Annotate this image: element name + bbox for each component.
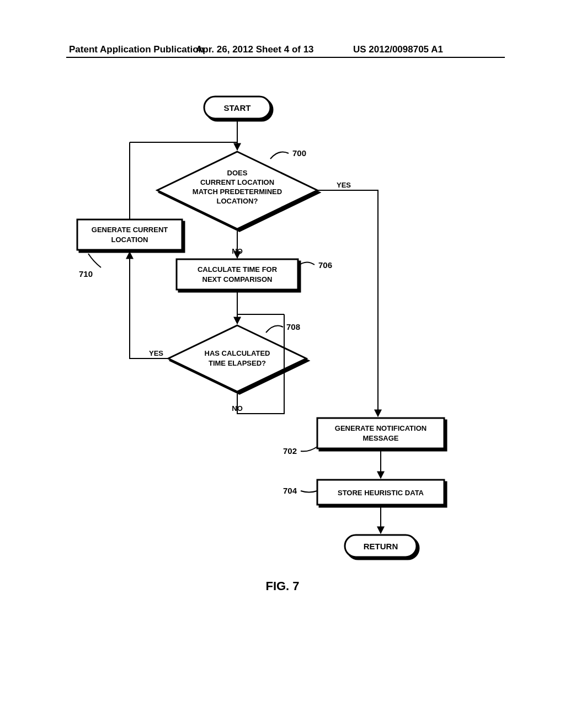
callout-700	[270, 152, 289, 159]
label-700: 700	[292, 148, 306, 158]
node-700-line1: DOES	[227, 169, 248, 177]
callout-710	[88, 254, 101, 267]
node-700-line4: LOCATION?	[217, 197, 258, 205]
label-708: 708	[286, 322, 300, 331]
node-700-line2: CURRENT LOCATION	[200, 178, 274, 186]
label-702: 702	[283, 446, 297, 456]
node-706-line1: CALCULATE TIME FOR	[198, 265, 278, 274]
node-start-label: START	[224, 103, 251, 113]
callout-708	[266, 326, 283, 333]
header-left: Patent Application Publication	[69, 44, 204, 55]
node-702-line1: GENERATE NOTIFICATION	[335, 424, 427, 432]
figure-label: FIG. 7	[0, 579, 565, 593]
node-710-line2: LOCATION	[111, 235, 148, 244]
header-rule	[66, 57, 505, 58]
node-706-line2: NEXT COMPARISON	[202, 275, 273, 283]
label-710: 710	[79, 269, 93, 279]
node-710-line1: GENERATE CURRENT	[92, 226, 168, 234]
edge-700-no-label: NO	[232, 247, 243, 255]
svg-rect-5	[317, 418, 444, 448]
node-process-706	[177, 259, 298, 290]
node-708-line1: HAS CALCULATED	[205, 349, 270, 357]
edge-708-no-label: NO	[232, 404, 243, 413]
node-process-702	[317, 418, 444, 448]
flowchart: START DOES CURRENT LOCATION MATCH PREDET…	[69, 94, 510, 574]
svg-marker-3	[168, 325, 306, 392]
node-704-line1: STORE HEURISTIC DATA	[338, 489, 424, 497]
label-704: 704	[283, 486, 297, 495]
node-700-line3: MATCH PREDETERMINED	[193, 188, 282, 196]
header-middle: Apr. 26, 2012 Sheet 4 of 13	[196, 44, 314, 55]
node-708-line2: TIME ELAPSED?	[209, 359, 266, 367]
node-process-710	[77, 220, 182, 250]
edge-700-yes-label: YES	[337, 181, 351, 189]
callout-702	[301, 447, 317, 451]
header-right: US 2012/0098705 A1	[353, 44, 443, 55]
node-decision-708	[168, 325, 306, 392]
node-return-label: RETURN	[364, 542, 398, 551]
svg-rect-2	[177, 259, 298, 290]
callout-706	[298, 262, 315, 266]
edge-708-yes-label: YES	[149, 349, 163, 357]
edge-700-yes	[317, 190, 378, 416]
svg-rect-4	[77, 220, 182, 250]
edge-708-yes	[130, 252, 168, 358]
callout-704	[301, 491, 317, 493]
label-706: 706	[318, 260, 332, 270]
node-702-line2: MESSAGE	[363, 434, 398, 442]
